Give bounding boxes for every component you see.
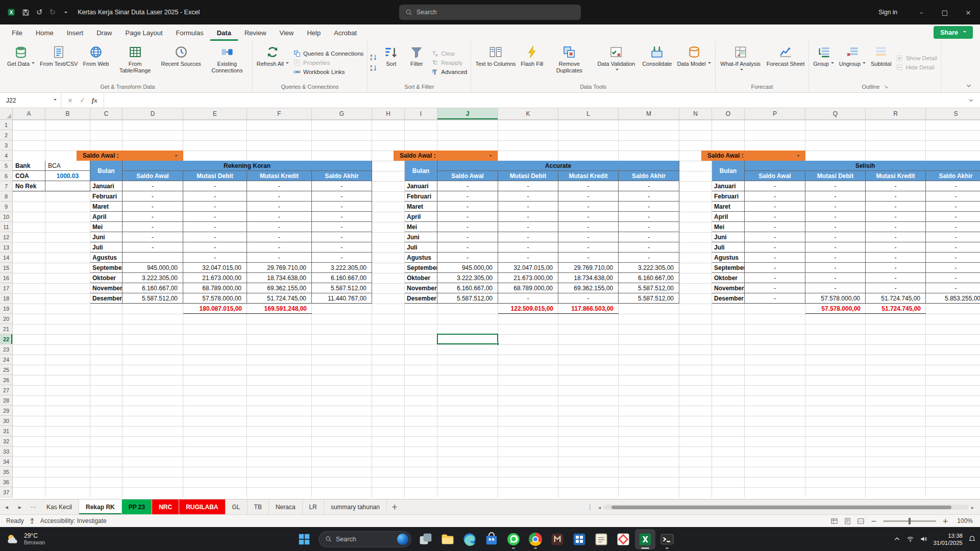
cell-I13[interactable]: Juli: [405, 242, 437, 253]
cell-J16[interactable]: 3.222.305,00: [437, 273, 498, 283]
cell-D10[interactable]: -: [122, 212, 183, 222]
cell-M11[interactable]: -: [619, 222, 679, 232]
row-header-24[interactable]: 24: [0, 355, 13, 365]
cell-G15[interactable]: 3.222.305,00: [312, 263, 372, 273]
menu-tab-insert[interactable]: Insert: [60, 24, 90, 41]
flash-fill-button[interactable]: Flash Fill: [518, 42, 546, 83]
cell-K6[interactable]: Mutasi Debit: [498, 171, 558, 181]
cell-Q14[interactable]: -: [805, 253, 866, 263]
cell-E6[interactable]: Mutasi Debit: [183, 171, 247, 181]
cell-E15[interactable]: 32.047.015,00: [183, 263, 247, 273]
zoom-slider-thumb[interactable]: [909, 518, 911, 524]
cell-P13[interactable]: -: [745, 242, 805, 253]
save-icon[interactable]: [22, 9, 30, 16]
column-header-A[interactable]: A: [13, 108, 45, 119]
column-header-G[interactable]: G: [312, 108, 372, 119]
sheet-tab-nrc[interactable]: NRC: [152, 499, 179, 514]
cell-B6[interactable]: 1000.03: [45, 171, 90, 181]
cell-D6[interactable]: Saldo Awal: [122, 171, 183, 181]
cell-E19[interactable]: 180.087.015,00: [183, 304, 247, 314]
sheet-nav-right-icon[interactable]: ▸: [13, 499, 27, 514]
cell-L11[interactable]: -: [558, 222, 619, 232]
cell-P6[interactable]: Saldo Awal: [745, 171, 805, 181]
cell-P15[interactable]: -: [745, 263, 805, 273]
cell-Q12[interactable]: -: [805, 232, 866, 242]
cell-L15[interactable]: 29.769.710,00: [558, 263, 619, 273]
cell-L13[interactable]: -: [558, 242, 619, 253]
cell-Q15[interactable]: -: [805, 263, 866, 273]
cell-G6[interactable]: Saldo Akhir: [312, 171, 372, 181]
cell-K10[interactable]: -: [498, 212, 558, 222]
maximize-button[interactable]: □: [933, 0, 957, 24]
page-layout-view-icon[interactable]: [844, 517, 851, 525]
cell-A6[interactable]: COA: [13, 171, 45, 181]
cell-K15[interactable]: 32.047.015,00: [498, 263, 558, 273]
cell-I8[interactable]: Februari: [405, 191, 437, 202]
cell-C8[interactable]: Februari: [90, 191, 122, 202]
menu-tab-data[interactable]: Data: [210, 24, 238, 41]
taskbar-task-view-icon[interactable]: [415, 529, 436, 549]
cell-J13[interactable]: -: [437, 242, 498, 253]
taskbar-whatsapp-icon[interactable]: [503, 529, 524, 549]
cell-L18[interactable]: -: [558, 293, 619, 304]
sheet-tab-rekap-rk[interactable]: Rekap RK: [79, 499, 122, 514]
sheet-tab-kas-kecil[interactable]: Kas Kecil: [40, 499, 79, 514]
sheet-tab-gl[interactable]: GL: [226, 499, 248, 514]
column-header-J[interactable]: J: [437, 108, 498, 119]
menu-tab-view[interactable]: View: [273, 24, 301, 41]
cell-R14[interactable]: -: [866, 253, 926, 263]
cell-Q7[interactable]: -: [805, 181, 866, 191]
cell-O11[interactable]: Mei: [712, 222, 745, 232]
redo-icon[interactable]: ↻: [50, 9, 56, 16]
cell-C7[interactable]: Januari: [90, 181, 122, 191]
sign-in-button[interactable]: Sign in: [866, 9, 910, 16]
row-header-27[interactable]: 27: [0, 385, 13, 395]
cell-O10[interactable]: April: [712, 212, 745, 222]
cell-Q16[interactable]: -: [805, 273, 866, 283]
cell-P11[interactable]: -: [745, 222, 805, 232]
cell-C14[interactable]: Agustus: [90, 253, 122, 263]
cell-Q18[interactable]: 57.578.000,00: [805, 293, 866, 304]
cell-F11[interactable]: -: [247, 222, 312, 232]
cell-D12[interactable]: -: [122, 232, 183, 242]
row-header-9[interactable]: 9: [0, 202, 13, 212]
existing-connections-button[interactable]: Existing Connections: [204, 42, 251, 83]
cell-Q13[interactable]: -: [805, 242, 866, 253]
sort-ascending-button[interactable]: AZ: [370, 54, 377, 61]
cell-B5[interactable]: BCA: [45, 161, 90, 171]
cell-G18[interactable]: 11.440.767,00: [312, 293, 372, 304]
row-header-8[interactable]: 8: [0, 191, 13, 202]
row-header-3[interactable]: 3: [0, 140, 13, 151]
data-validation-button[interactable]: Data Validation: [593, 42, 640, 83]
cell-P16[interactable]: -: [745, 273, 805, 283]
advanced-button[interactable]: Advanced: [431, 68, 467, 76]
cell-F6[interactable]: Mutasi Kredit: [247, 171, 312, 181]
scrollbar-track[interactable]: [603, 505, 969, 510]
cell-M16[interactable]: 6.160.667,00: [619, 273, 679, 283]
column-header-B[interactable]: B: [45, 108, 90, 119]
cell-P8[interactable]: -: [745, 191, 805, 202]
cell-J8[interactable]: -: [437, 191, 498, 202]
cell-A7[interactable]: No Rek: [13, 181, 45, 191]
from-table-range-button[interactable]: From Table/Range: [112, 42, 159, 83]
cell-K11[interactable]: -: [498, 222, 558, 232]
row-header-10[interactable]: 10: [0, 212, 13, 222]
cell-F10[interactable]: -: [247, 212, 312, 222]
cell-J7[interactable]: -: [437, 181, 498, 191]
cell-D7[interactable]: -: [122, 181, 183, 191]
column-header-N[interactable]: N: [679, 108, 712, 119]
cell-G12[interactable]: -: [312, 232, 372, 242]
cell-J9[interactable]: -: [437, 202, 498, 212]
column-header-O[interactable]: O: [712, 108, 745, 119]
row-header-21[interactable]: 21: [0, 324, 13, 334]
cell-R13[interactable]: -: [866, 242, 926, 253]
insert-function-icon[interactable]: fx: [92, 96, 97, 105]
share-button[interactable]: Share: [934, 26, 973, 39]
column-header-F[interactable]: F: [247, 108, 312, 119]
cell-O18[interactable]: Desember: [712, 293, 745, 304]
cell-E7[interactable]: -: [183, 181, 247, 191]
row-header-19[interactable]: 19: [0, 304, 13, 314]
row-header-6[interactable]: 6: [0, 171, 13, 181]
cell-Q17[interactable]: -: [805, 283, 866, 293]
recent-sources-button[interactable]: Recent Sources: [159, 42, 204, 83]
